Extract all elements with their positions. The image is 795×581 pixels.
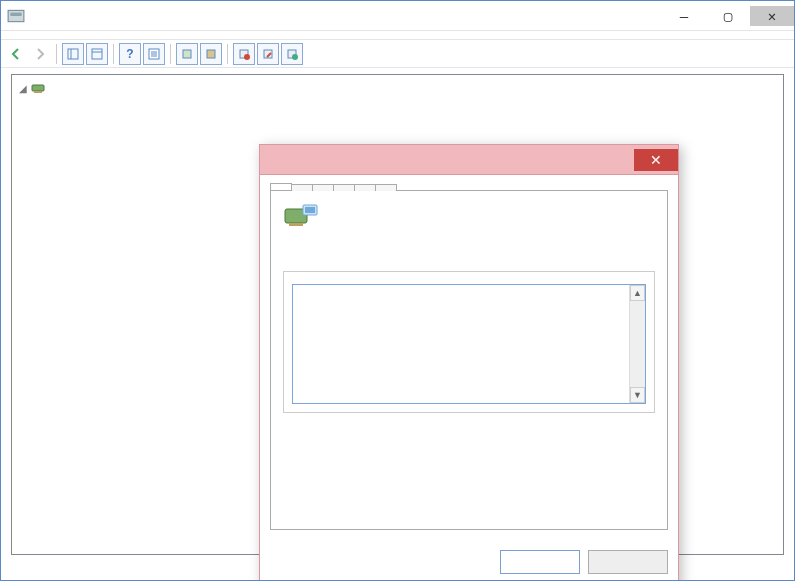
svg-point-13 — [244, 54, 250, 60]
toolbar-back-button[interactable] — [5, 43, 27, 65]
svg-rect-1 — [10, 12, 21, 15]
toolbar-update-button[interactable] — [200, 43, 222, 65]
dialog-titlebar[interactable]: ✕ — [260, 145, 678, 175]
toolbar-scan-button[interactable] — [176, 43, 198, 65]
dialog-close-button[interactable]: ✕ — [634, 149, 678, 171]
toolbar-properties-button[interactable] — [143, 43, 165, 65]
app-icon — [7, 7, 25, 25]
svg-rect-4 — [92, 49, 102, 59]
collapse-icon[interactable]: ◢ — [16, 83, 30, 94]
svg-rect-17 — [32, 85, 44, 91]
toolbar-uninstall-button[interactable] — [233, 43, 255, 65]
tab-panel-general: ▲ ▼ — [270, 190, 668, 530]
tab-resources[interactable] — [375, 184, 397, 191]
svg-rect-20 — [289, 223, 303, 226]
toolbar-forward-button[interactable] — [29, 43, 51, 65]
device-status-text[interactable]: ▲ ▼ — [292, 284, 646, 404]
tab-advanced[interactable] — [291, 184, 313, 191]
svg-point-16 — [292, 54, 298, 60]
svg-rect-2 — [68, 49, 78, 59]
tab-general[interactable] — [270, 183, 292, 190]
toolbar: ? — [1, 40, 794, 68]
svg-rect-22 — [305, 207, 315, 213]
tab-details[interactable] — [333, 184, 355, 191]
cancel-button — [588, 550, 668, 574]
menu-action[interactable] — [27, 33, 43, 37]
toolbar-enable-button[interactable] — [281, 43, 303, 65]
scrollbar[interactable]: ▲ ▼ — [629, 285, 645, 403]
menubar — [1, 31, 794, 40]
window-minimize-button[interactable]: — — [662, 6, 706, 26]
toolbar-help-button[interactable]: ? — [119, 43, 141, 65]
tree-item-network-adapters[interactable]: ◢ — [16, 79, 783, 97]
properties-dialog: ✕ — [259, 144, 679, 581]
close-button[interactable] — [500, 550, 580, 574]
device-status-group: ▲ ▼ — [283, 271, 655, 413]
device-icon — [283, 203, 319, 235]
window-close-button[interactable]: ✕ — [750, 6, 794, 26]
svg-rect-18 — [34, 91, 42, 93]
window-maximize-button[interactable]: ▢ — [706, 6, 750, 26]
tab-driver[interactable] — [312, 184, 334, 191]
scroll-up-icon[interactable]: ▲ — [630, 285, 645, 301]
scroll-down-icon[interactable]: ▼ — [630, 387, 645, 403]
svg-rect-11 — [207, 50, 215, 58]
tab-events[interactable] — [354, 184, 376, 191]
tab-bar — [270, 183, 668, 190]
menu-help[interactable] — [67, 33, 83, 37]
menu-file[interactable] — [7, 33, 23, 37]
menu-view[interactable] — [47, 33, 63, 37]
window-titlebar: — ▢ ✕ — [1, 1, 794, 31]
toolbar-view2-button[interactable] — [86, 43, 108, 65]
svg-rect-10 — [183, 50, 191, 58]
network-category-icon — [30, 80, 46, 96]
toolbar-disable-button[interactable] — [257, 43, 279, 65]
toolbar-view1-button[interactable] — [62, 43, 84, 65]
